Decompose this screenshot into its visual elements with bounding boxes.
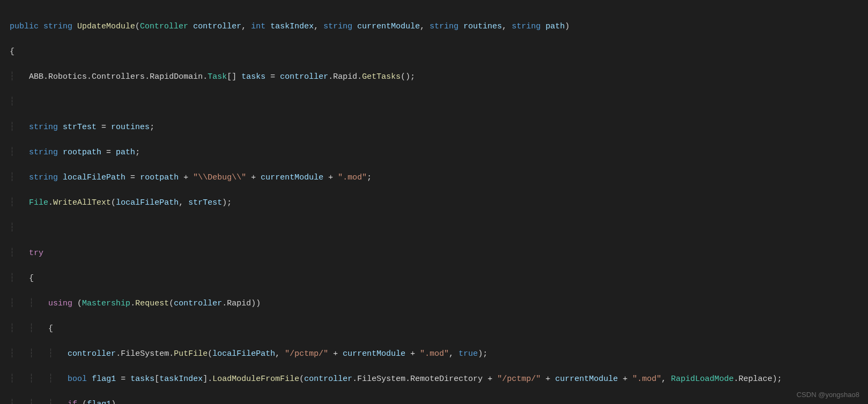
variable: path	[116, 148, 135, 157]
variable: currentModule	[261, 173, 323, 182]
identifier: FileSystem	[121, 349, 169, 358]
type: RapidLoadMode	[671, 375, 734, 384]
variable: tasks	[130, 375, 154, 384]
variable: strTest	[188, 198, 222, 207]
param: taskIndex	[270, 22, 314, 31]
param: path	[545, 22, 565, 31]
keyword: string	[29, 148, 58, 157]
variable: rootpath	[140, 173, 179, 182]
variable: controller	[174, 299, 222, 308]
code-line[interactable]: {	[10, 46, 868, 58]
keyword-public: public	[10, 22, 39, 31]
variable: localFilePath	[212, 349, 275, 358]
type: File	[29, 198, 48, 207]
code-line[interactable]: public string UpdateModule(Controller co…	[10, 20, 868, 33]
code-line[interactable]: ┆ File.WriteAllText(localFilePath, strTe…	[10, 197, 868, 210]
code-line[interactable]: ┆ ┆ ┆ if (flag1)	[10, 398, 868, 405]
variable: controller	[68, 349, 116, 358]
variable: localFilePath	[116, 198, 179, 207]
code-line[interactable]: ┆ string rootpath = path;	[10, 146, 868, 159]
variable: currentModule	[555, 375, 618, 384]
keyword-int: int	[251, 22, 265, 31]
string-literal: "/pctmp/"	[285, 349, 328, 358]
type: Mastership	[82, 299, 130, 308]
keyword: string	[29, 123, 58, 132]
param: controller	[193, 22, 241, 31]
keyword-true: true	[458, 349, 478, 358]
variable: rootpath	[63, 148, 101, 157]
code-editor[interactable]: public string UpdateModule(Controller co…	[0, 0, 868, 404]
watermark: CSDN @yongshao8	[797, 391, 859, 399]
variable: flag1	[87, 400, 111, 405]
type: Task	[207, 72, 227, 81]
variable: taskIndex	[159, 375, 203, 384]
method-name: UpdateModule	[77, 22, 135, 31]
method: PutFile	[174, 349, 207, 358]
keyword: string	[29, 173, 58, 182]
keyword-string: string	[511, 22, 540, 31]
variable: controller	[280, 72, 328, 81]
code-line[interactable]: ┆ ┆ using (Mastership.Request(controller…	[10, 297, 868, 310]
type: Controller	[140, 22, 188, 31]
keyword-if: if	[68, 400, 77, 405]
param: currentModule	[357, 22, 420, 31]
keyword-try: try	[29, 249, 43, 258]
variable: flag1	[92, 375, 116, 384]
code-line[interactable]: ┆	[10, 96, 868, 109]
method: WriteAllText	[53, 198, 111, 207]
code-line[interactable]: ┆ string localFilePath = rootpath + "\\D…	[10, 171, 868, 184]
keyword-string: string	[43, 22, 72, 31]
keyword-bool: bool	[68, 375, 87, 384]
variable: tasks	[241, 72, 265, 81]
method: LoadModuleFromFile	[212, 375, 299, 384]
variable: localFilePath	[63, 173, 125, 182]
code-line[interactable]: ┆ ┆ ┆ bool flag1 = tasks[taskIndex].Load…	[10, 373, 868, 386]
code-line[interactable]: ┆ string strTest = routines;	[10, 121, 868, 134]
code-line[interactable]: ┆ ABB.Robotics.Controllers.RapidDomain.T…	[10, 71, 868, 84]
identifier: Replace	[739, 375, 773, 384]
variable: controller	[304, 375, 352, 384]
identifier: Controllers	[92, 72, 145, 81]
string-literal: ".mod"	[632, 375, 661, 384]
string-literal: ".mod"	[338, 173, 367, 182]
code-line[interactable]: ┆ ┆ ┆ controller.FileSystem.PutFile(loca…	[10, 348, 868, 361]
variable: currentModule	[343, 349, 405, 358]
identifier: RapidDomain	[150, 72, 203, 81]
identifier: ABB	[29, 72, 43, 81]
keyword-string: string	[323, 22, 352, 31]
identifier: FileSystem	[357, 375, 405, 384]
method: GetTasks	[362, 72, 400, 81]
keyword-using: using	[48, 299, 72, 308]
identifier: Rapid	[227, 299, 251, 308]
keyword-string: string	[429, 22, 458, 31]
method: Request	[135, 299, 169, 308]
identifier: Rapid	[333, 72, 357, 81]
identifier: Robotics	[48, 72, 87, 81]
code-line[interactable]: ┆	[10, 222, 868, 235]
param: routines	[463, 22, 502, 31]
identifier: RemoteDirectory	[410, 375, 483, 384]
variable: strTest	[63, 123, 97, 132]
string-literal: "/pctmp/"	[497, 375, 540, 384]
variable: routines	[111, 123, 150, 132]
code-line[interactable]: ┆ ┆ {	[10, 323, 868, 335]
string-literal: ".mod"	[420, 349, 449, 358]
code-line[interactable]: ┆ {	[10, 272, 868, 285]
string-literal: "\\Debug\\"	[193, 173, 246, 182]
code-line[interactable]: ┆ try	[10, 247, 868, 260]
